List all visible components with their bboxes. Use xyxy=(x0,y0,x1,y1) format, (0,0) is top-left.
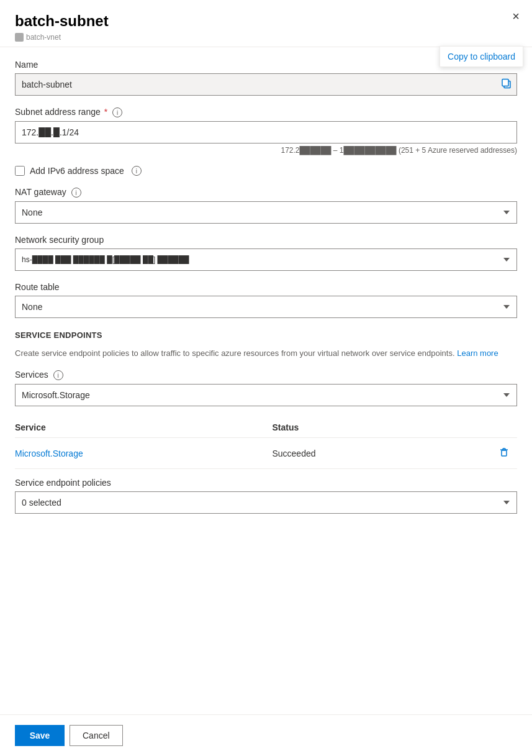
status-col-header: Status xyxy=(272,417,443,438)
sep-select-wrapper: 0 selected xyxy=(15,491,517,514)
services-select-wrapper: Microsoft.Storage xyxy=(15,384,517,406)
service-table: Service Status Microsoft.Storage Succeed… xyxy=(15,417,517,469)
subnet-address-input[interactable] xyxy=(15,121,517,143)
sep-label: Service endpoint policies xyxy=(15,478,517,488)
service-endpoints-title: SERVICE ENDPOINTS xyxy=(15,330,517,340)
service-endpoints-section: SERVICE ENDPOINTS Create service endpoin… xyxy=(15,330,517,514)
subnet-address-input-wrapper xyxy=(15,121,517,143)
subnet-panel: batch-subnet batch-vnet × Name Copy to c… xyxy=(0,0,532,756)
service-endpoints-description: Create service endpoint policies to allo… xyxy=(15,347,517,360)
table-row: Microsoft.Storage Succeeded xyxy=(15,438,517,469)
route-table-select[interactable]: None xyxy=(15,296,517,318)
name-input[interactable] xyxy=(15,73,517,96)
sep-select[interactable]: 0 selected xyxy=(15,491,517,514)
learn-more-link[interactable]: Learn more xyxy=(457,348,498,358)
subnet-address-label: Subnet address range * i xyxy=(15,107,517,117)
panel-header: batch-subnet batch-vnet × xyxy=(0,0,532,47)
cancel-button[interactable]: Cancel xyxy=(70,725,123,746)
name-input-wrapper: Copy to clipboard xyxy=(15,73,517,96)
sep-group: Service endpoint policies 0 selected xyxy=(15,478,517,514)
svg-rect-3 xyxy=(502,450,507,456)
route-table-group: Route table None xyxy=(15,282,517,318)
service-cell: Microsoft.Storage xyxy=(15,438,272,469)
nat-gateway-info-icon[interactable]: i xyxy=(71,188,81,198)
panel-subtitle: batch-vnet xyxy=(15,33,517,42)
status-cell: Succeeded xyxy=(272,438,443,469)
nsg-select-wrapper: hs-████ ███ ██████ █[█████ ██] ██████ xyxy=(15,248,517,271)
services-select[interactable]: Microsoft.Storage xyxy=(15,384,517,406)
nsg-select[interactable]: hs-████ ███ ██████ █[█████ ██] ██████ xyxy=(15,248,517,271)
panel-footer: Save Cancel xyxy=(0,714,532,756)
ipv6-checkbox-group: Add IPv6 address space i xyxy=(15,166,517,176)
address-hint: 172.2██████ – 1██████████ (251 + 5 Azure… xyxy=(15,146,517,155)
subnet-address-group: Subnet address range * i 172.2██████ – 1… xyxy=(15,107,517,155)
nat-gateway-label: NAT gateway i xyxy=(15,187,517,198)
copy-icon xyxy=(501,78,512,89)
close-button[interactable]: × xyxy=(512,10,520,22)
name-group: Name Copy to clipboard xyxy=(15,60,517,96)
route-table-label: Route table xyxy=(15,282,517,292)
panel-body: Name Copy to clipboard Subnet address ra… xyxy=(0,47,532,539)
nat-gateway-select-wrapper: None xyxy=(15,201,517,224)
trash-icon xyxy=(498,447,510,458)
ipv6-label[interactable]: Add IPv6 address space xyxy=(30,166,124,176)
action-col-header xyxy=(443,417,517,438)
copy-tooltip: Copy to clipboard xyxy=(440,46,523,67)
svg-rect-0 xyxy=(15,33,24,42)
vnet-icon xyxy=(15,33,24,42)
required-marker: * xyxy=(104,107,107,117)
ipv6-info-icon[interactable]: i xyxy=(132,166,142,176)
services-info-icon[interactable]: i xyxy=(53,370,63,380)
ipv6-checkbox[interactable] xyxy=(15,166,25,176)
nat-gateway-select[interactable]: None xyxy=(15,201,517,224)
route-table-select-wrapper: None xyxy=(15,296,517,318)
nsg-label: Network security group xyxy=(15,235,517,245)
services-group: Services i Microsoft.Storage xyxy=(15,370,517,406)
delete-service-button[interactable] xyxy=(496,444,512,462)
save-button[interactable]: Save xyxy=(15,725,65,746)
nsg-group: Network security group hs-████ ███ █████… xyxy=(15,235,517,271)
copy-to-clipboard-button[interactable] xyxy=(498,75,515,93)
nat-gateway-group: NAT gateway i None xyxy=(15,187,517,224)
services-label: Services i xyxy=(15,370,517,380)
action-cell xyxy=(443,438,517,469)
panel-title: batch-subnet xyxy=(15,12,517,30)
svg-rect-2 xyxy=(502,79,508,86)
subnet-address-info-icon[interactable]: i xyxy=(112,107,122,117)
service-col-header: Service xyxy=(15,417,272,438)
